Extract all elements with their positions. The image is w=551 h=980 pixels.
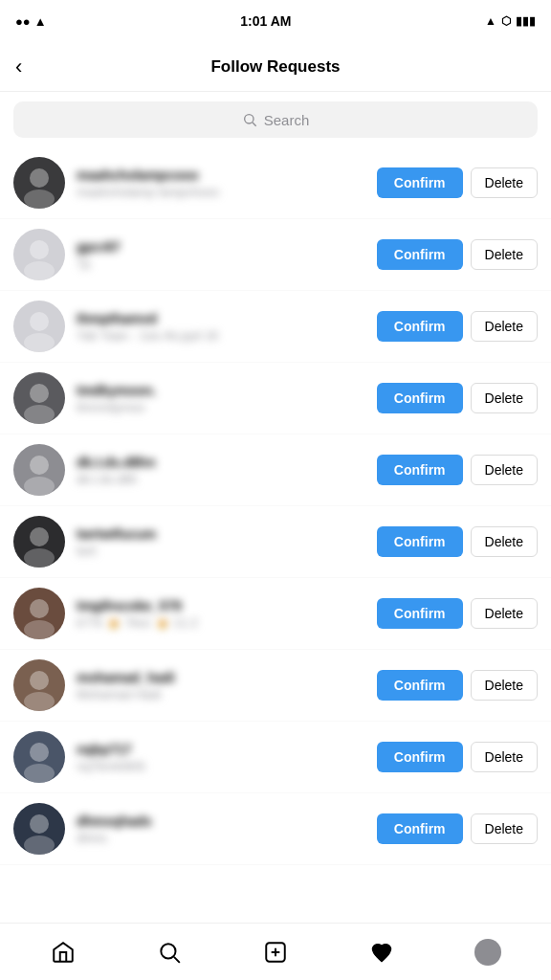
heart-icon [369,940,394,965]
avatar [13,444,65,496]
bottom-nav [0,923,551,980]
user-info: gpcr877p [77,239,365,271]
action-buttons: ConfirmDelete [377,670,538,701]
svg-point-5 [24,261,55,280]
user-info: dk.t.ds.d8hndk.t.ds.d8h [77,455,365,486]
avatar [13,301,65,352]
svg-line-1 [253,122,256,126]
svg-point-17 [24,692,55,711]
username: thmpthamvd [77,311,365,326]
user-subtitle: maahcholamp lampchooo [77,185,365,199]
delete-button[interactable]: Delete [471,742,538,772]
nav-search[interactable] [146,929,192,975]
nav-home[interactable] [40,929,86,975]
svg-point-19 [24,764,55,783]
nav-profile[interactable] [465,929,511,975]
search-container: Search [0,92,551,147]
confirm-button[interactable]: Confirm [377,526,463,557]
action-buttons: ConfirmDelete [377,813,538,844]
delete-button[interactable]: Delete [471,598,538,629]
user-subtitle: thmmdymoo [77,400,365,414]
bluetooth-icon: ⬡ [501,14,511,28]
username: mohamad_hadi [77,670,365,685]
user-info: tmdkymoon.thmmdymoo [77,383,365,414]
wifi-icon: ▲ [34,14,47,29]
search-icon [242,112,257,127]
username: nqbp717 [77,742,365,757]
delete-button[interactable]: Delete [471,383,538,413]
user-subtitle: Yak Yaan - 1se.Ak.pyd 16 [77,328,365,343]
status-time: 1:01 AM [240,13,291,29]
svg-point-13 [24,548,55,568]
avatar [13,659,65,711]
delete-button[interactable]: Delete [471,526,538,557]
status-right: ▲ ⬡ ▮▮▮ [485,14,536,28]
confirm-button[interactable]: Confirm [377,455,463,485]
list-item: mohamad_hadiMohamad HadiConfirmDelete [0,650,551,722]
profile-avatar [474,939,501,966]
svg-point-8 [30,384,49,403]
svg-point-6 [30,312,49,331]
list-item: tmdkymoon.thmmdymooConfirmDelete [0,363,551,434]
user-subtitle: 7p [77,256,365,271]
requests-list: maahcholampcooomaahcholamp lampchoooConf… [0,147,551,923]
delete-button[interactable]: Delete [471,167,538,198]
confirm-button[interactable]: Confirm [377,383,463,413]
action-buttons: ConfirmDelete [377,742,538,772]
action-buttons: ConfirmDelete [377,526,538,557]
confirm-button[interactable]: Confirm [377,670,463,701]
svg-point-11 [24,477,55,496]
search-nav-icon [157,940,182,965]
avatar [13,229,65,280]
svg-point-7 [24,333,55,352]
username: dhmxqhads [77,813,365,829]
battery-icon: ▮▮▮ [516,14,536,28]
search-bar[interactable]: Search [13,101,538,138]
delete-button[interactable]: Delete [471,813,538,844]
confirm-button[interactable]: Confirm [377,239,463,270]
svg-point-21 [24,835,55,855]
user-info: twrtwtfucumtwrt [77,526,365,558]
list-item: maahcholampcooomaahcholamp lampchoooConf… [0,147,551,219]
user-subtitle: dk.t.ds.d8h [77,472,365,486]
svg-point-20 [30,814,49,834]
svg-point-15 [24,620,55,639]
confirm-button[interactable]: Confirm [377,742,463,772]
page-title: Follow Requests [210,57,340,77]
action-buttons: ConfirmDelete [377,167,538,198]
username: twrtwtfucum [77,526,365,542]
confirm-button[interactable]: Confirm [377,167,463,198]
delete-button[interactable]: Delete [471,455,538,485]
confirm-button[interactable]: Confirm [377,598,463,629]
user-subtitle: nq7bnrk0k5t [77,759,365,773]
nav-add[interactable] [253,929,298,975]
confirm-button[interactable]: Confirm [377,311,463,342]
user-info: maahcholampcooomaahcholamp lampchooo [77,167,365,199]
search-placeholder: Search [264,112,310,128]
user-subtitle: k77k 🍺 7koc 🍺 11.2 [77,615,365,630]
delete-button[interactable]: Delete [471,311,538,342]
action-buttons: ConfirmDelete [377,311,538,342]
back-button[interactable]: ‹ [15,56,22,78]
user-info: nqbp717nq7bnrk0k5t [77,742,365,773]
delete-button[interactable]: Delete [471,239,538,270]
nav-heart[interactable] [359,929,405,975]
home-icon [51,940,76,965]
list-item: gpcr877pConfirmDelete [0,219,551,291]
avatar [13,731,65,783]
delete-button[interactable]: Delete [471,670,538,701]
svg-line-23 [174,956,180,962]
user-info: mohamad_hadiMohamad Hadi [77,670,365,702]
add-icon [263,940,288,965]
svg-point-3 [24,189,55,209]
svg-point-9 [24,405,55,424]
username: gpcr87 [77,239,365,255]
list-item: twrtwtfucumtwrtConfirmDelete [0,506,551,578]
avatar [13,516,65,568]
svg-point-16 [30,671,49,690]
username: dk.t.ds.d8hn [77,455,365,470]
username: maahcholampcooo [77,167,365,183]
status-bar: ●● ▲ 1:01 AM ▲ ⬡ ▮▮▮ [0,0,551,42]
user-subtitle: dhms [77,831,365,845]
confirm-button[interactable]: Confirm [377,813,463,844]
